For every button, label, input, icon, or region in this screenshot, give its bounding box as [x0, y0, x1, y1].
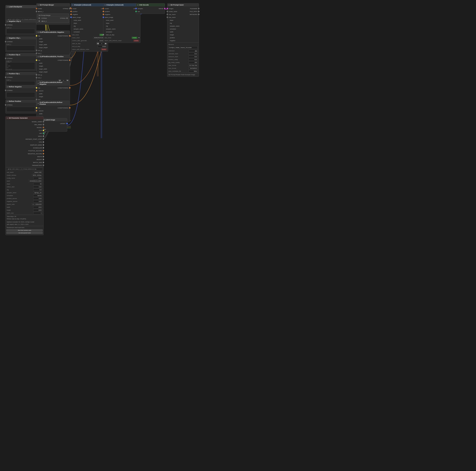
- saver-filename-input[interactable]: [169, 46, 198, 49]
- port-sdparam-negascore-out[interactable]: [43, 153, 44, 154]
- port-saver-metadata-out[interactable]: [198, 14, 200, 15]
- node-positive-clip-g-title: Positive Clip G: [9, 54, 20, 56]
- sdparam-confname-val[interactable]: none: [33, 177, 42, 179]
- port-neg-clip-l-string-in[interactable]: [5, 41, 6, 42]
- port-sdparam-batchsize-out[interactable]: [43, 162, 44, 163]
- saver-res-hash-val[interactable]: true: [188, 55, 198, 58]
- port-clip-enc-neg-clip-in[interactable]: [36, 35, 37, 36]
- sdparam-scheduler-val[interactable]: karras: [33, 194, 42, 197]
- saver-savemeta-val[interactable]: false: [188, 70, 198, 72]
- port-clip-enc-pos-textg-in[interactable]: [36, 74, 37, 75]
- port-ksampler2-positive-in[interactable]: [103, 11, 104, 12]
- port-sdparam-modelname-out[interactable]: [43, 121, 44, 122]
- sdparam-steps-val[interactable]: 50: [33, 183, 42, 185]
- sdparam-sampler-val[interactable]: dpmpp_2m: [33, 192, 42, 194]
- sdparam-last-seed-btn[interactable]: Use last queued seed: [6, 232, 43, 234]
- port-ksampler1-latent-in[interactable]: [70, 17, 72, 18]
- sdparam-new-seed-btn[interactable]: New fixed random seed: [6, 229, 43, 231]
- sdparam-height-val[interactable]: 1024: [33, 209, 42, 211]
- sdparam-modelver-val[interactable]: SDXL 1024px: [32, 174, 42, 176]
- port-saver-filepath-out[interactable]: [198, 11, 200, 12]
- sdparam-aspect-val[interactable]: 1:1 - 1024x1024: [32, 203, 42, 205]
- sdparam-negascore-val[interactable]: 6.00: [33, 200, 42, 203]
- ksampler1-end-step-val[interactable]: 10000: [98, 45, 107, 48]
- saver-extension-val[interactable]: jpg: [188, 50, 198, 52]
- ksampler2-add-noise-toggle[interactable]: enable: [132, 37, 137, 39]
- port-saver-modelname-in[interactable]: [167, 11, 168, 12]
- port-refiner-enc-neg-cond-out[interactable]: [69, 87, 70, 89]
- port-refiner-enc-pos-clip-in[interactable]: [36, 107, 37, 109]
- port-saver-images-in[interactable]: [167, 8, 168, 9]
- port-sdparam-params-out[interactable]: [43, 164, 44, 166]
- port-refiner-enc-pos-cond-out[interactable]: [69, 107, 70, 109]
- refiner-neg-textarea[interactable]: [6, 92, 35, 97]
- port-ksampler2-addnoise[interactable]: [138, 37, 139, 38]
- ksampler2-leftover-toggle[interactable]: disable: [133, 40, 139, 42]
- port-sdparam-sampler-out[interactable]: [43, 144, 44, 146]
- sdparam-refinerstart-val[interactable]: 0.82: [33, 186, 42, 188]
- ksampler1-leftover-toggle[interactable]: disable: [101, 48, 107, 50]
- port-neg-clip-g-string-in[interactable]: [5, 24, 6, 26]
- saver-lossless-val[interactable]: true: [188, 58, 198, 61]
- saver-calc-hash-val[interactable]: true: [188, 53, 198, 55]
- port-refiner-enc-neg-clip-in[interactable]: [36, 87, 37, 89]
- port-ksampler2-model-in[interactable]: [103, 8, 104, 9]
- sdparam-posascore-val[interactable]: 6.00: [33, 197, 42, 200]
- port-vae-samples-in[interactable]: [135, 8, 137, 9]
- port-clip-enc-pos-clip-in[interactable]: [36, 59, 37, 61]
- port-sdmerger-inner-string-out[interactable]: [66, 18, 68, 19]
- port-saver-filename-out[interactable]: [198, 8, 200, 9]
- port-sdparam-vaename-out[interactable]: [43, 124, 44, 125]
- sdparam-batchsize-val[interactable]: 1: [33, 212, 42, 214]
- port-sdparam-scheduler-out[interactable]: [43, 147, 44, 148]
- sdparam-vaename-val[interactable]: baked VAE: [33, 171, 42, 174]
- saver-timefmt-val[interactable]: %H%M%S: [188, 67, 198, 70]
- ksampler1-start-step-dec[interactable]: ◀: [97, 42, 99, 45]
- port-sdparam-height-out[interactable]: [43, 159, 44, 160]
- saver-datefmt-val[interactable]: %Y-%m-%d: [188, 64, 198, 67]
- port-sdparam-clip-out[interactable]: [43, 130, 44, 131]
- port-sdparam-posascore-out[interactable]: [43, 150, 44, 151]
- port-clip-enc-neg-textl-in[interactable]: [36, 53, 37, 54]
- port-clip-enc-neg-cond-out[interactable]: [69, 35, 70, 36]
- refiner-pos-textarea[interactable]: [6, 107, 35, 112]
- port-refiner-enc-neg-ascore-in[interactable]: [36, 90, 37, 91]
- port-pos-clip-l-string-in[interactable]: [5, 76, 6, 78]
- neg-clip-g-textarea[interactable]: [6, 29, 35, 34]
- port-ksampler2-start-step-in[interactable]: [103, 34, 104, 36]
- port-saver-rawname-in[interactable]: [167, 17, 168, 18]
- port-clip-enc-pos-cond-out[interactable]: [69, 59, 70, 61]
- port-sdparam-refinerstep-out[interactable]: [43, 138, 44, 140]
- port-sdmerger-model-in[interactable]: [36, 8, 37, 9]
- port-empty-latent-out[interactable]: [66, 123, 68, 124]
- sdparam-model-file[interactable]: ◀ mpt_sdxl_base_1_0_0.0vae.safetensors ▶: [6, 168, 43, 170]
- sdparam-cfg-val[interactable]: 8.0: [33, 189, 42, 191]
- sdparam-seed-val[interactable]: 403469610113952: [29, 180, 42, 182]
- port-clip-enc-neg-textg-in[interactable]: [36, 50, 37, 51]
- port-refiner-neg-string-in[interactable]: [5, 90, 6, 91]
- port-refiner-pos-string-in[interactable]: [5, 104, 6, 106]
- port-ksampler1-negative-in[interactable]: [70, 14, 72, 15]
- port-ksampler2-negative-in[interactable]: [103, 14, 104, 15]
- port-sdmerger-inner-text1-in[interactable]: [38, 20, 40, 22]
- port-saver-vaename-in[interactable]: [167, 14, 168, 15]
- port-sdparam-vae-out[interactable]: [43, 133, 44, 134]
- port-ksampler1-positive-in[interactable]: [70, 11, 72, 12]
- port-sdparam-model-out[interactable]: [43, 127, 44, 128]
- port-refiner-enc-neg-text-in[interactable]: [36, 99, 37, 100]
- port-refiner-enc-pos-ascore-in[interactable]: [36, 110, 37, 111]
- port-sdparam-seed-out[interactable]: [43, 135, 44, 137]
- neg-clip-l-textarea[interactable]: [6, 45, 35, 51]
- port-ksampler2-latent-in[interactable]: [103, 17, 104, 18]
- port-pos-clip-g-string-in[interactable]: [5, 58, 6, 59]
- port-vae-vae-in[interactable]: [135, 11, 137, 12]
- port-sdparam-cfg-out[interactable]: [43, 141, 44, 143]
- port-clip-enc-pos-textl-in[interactable]: [36, 77, 37, 78]
- sdparam-width-val[interactable]: 1024: [33, 206, 42, 208]
- port-sdparam-width-out[interactable]: [43, 156, 44, 157]
- port-vae-image-out[interactable]: [164, 8, 166, 9]
- port-sdmerger-text-in[interactable]: [36, 11, 37, 12]
- saver-quality-val[interactable]: 100: [188, 61, 198, 64]
- port-sdmerger-inner-string-in[interactable]: [38, 18, 40, 19]
- port-ksampler1-model-in[interactable]: [70, 8, 72, 9]
